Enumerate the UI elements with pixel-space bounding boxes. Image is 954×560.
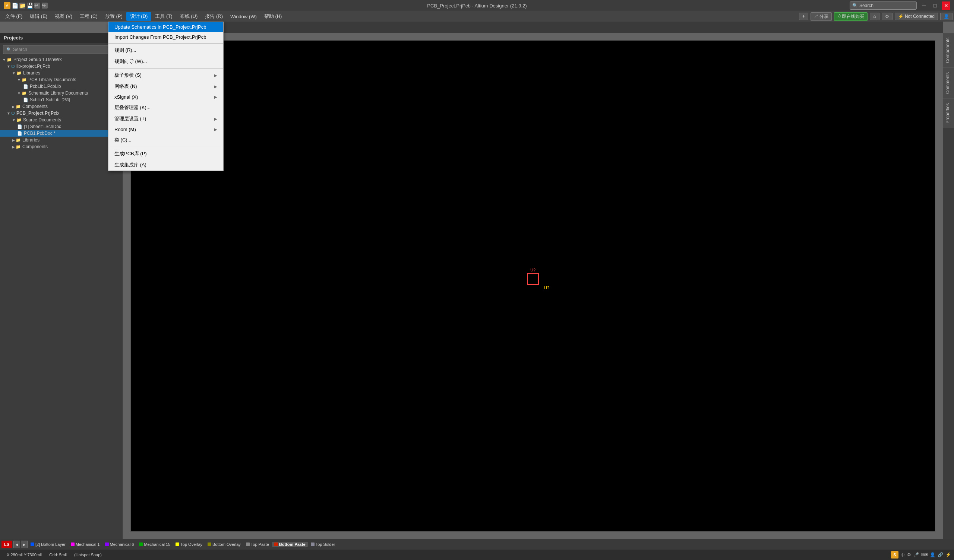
- close-button[interactable]: ✕: [942, 2, 950, 10]
- layer-top-paste[interactable]: Top Paste: [244, 542, 271, 547]
- layer-bar: LS ◀ ▶ [2] Bottom Layer Mechanical 1 Mec…: [0, 539, 954, 549]
- dd-rules[interactable]: 规则 (R)...: [108, 45, 223, 56]
- panel-header: Projects ⚙: [0, 33, 123, 43]
- right-panel: Components Comments Properties: [943, 33, 954, 539]
- component-u7[interactable]: U? U?: [527, 268, 539, 285]
- menu-view[interactable]: 视图 (V): [51, 12, 76, 21]
- menu-route[interactable]: 布线 (U): [176, 12, 202, 21]
- tree-label: Components: [22, 104, 48, 109]
- pcb-viewport[interactable]: U? U?: [131, 40, 935, 532]
- home-btn[interactable]: ⌂: [870, 12, 879, 20]
- new-icon[interactable]: 📄: [12, 3, 18, 9]
- dd-arrow-icon: ▶: [214, 117, 217, 121]
- dd-room[interactable]: Room (M) ▶: [108, 124, 223, 134]
- right-tab-components[interactable]: Components: [943, 33, 954, 67]
- tab-bar: Schlib1.SchLib ✕: [123, 22, 943, 32]
- title-bar-icons: A 📄 📁 💾 ↩ ↪: [4, 2, 48, 9]
- layer-red-indicator[interactable]: LS: [2, 541, 12, 548]
- menu-right-tools: + ↗ 分享 立即在线购买 ⌂ ⚙ ⚡ Not Connected 👤: [799, 12, 952, 21]
- menu-place[interactable]: 放置 (P): [101, 12, 126, 21]
- right-tab-comments[interactable]: Comments: [943, 67, 954, 98]
- dd-rules-wizard[interactable]: 规则向导 (W)...: [108, 56, 223, 67]
- dd-board-shape[interactable]: 板子形状 (S) ▶: [108, 70, 223, 81]
- dd-label: Import Changes From PCB_Project.PrjPcb: [114, 34, 206, 40]
- dd-classes[interactable]: 类 (C)...: [108, 134, 223, 146]
- not-connected-label: Not Connected: [905, 14, 935, 19]
- not-connected-btn[interactable]: ⚡ Not Connected: [895, 12, 938, 20]
- layer-bottom-overlay[interactable]: Bottom Overlay: [205, 542, 243, 547]
- layer-label: Mechanical 1: [76, 542, 100, 547]
- menu-edit[interactable]: 编辑 (E): [26, 12, 51, 21]
- add-tool-btn[interactable]: +: [799, 12, 808, 20]
- dd-arrow-icon: ▶: [214, 84, 217, 89]
- right-tab-properties[interactable]: Properties: [943, 98, 954, 128]
- global-search-box[interactable]: 🔍 Search: [850, 2, 917, 10]
- dd-label: 类 (C)...: [114, 137, 131, 143]
- tree-components-1[interactable]: ▶ 📁 Components: [0, 103, 123, 110]
- tree-source-docs[interactable]: ▼ 📁 Source Documents: [0, 117, 123, 123]
- layer-nav-left[interactable]: ◀: [13, 541, 20, 548]
- dd-update-schematics[interactable]: Update Schematics in PCB_Project.PrjPcb: [108, 22, 223, 32]
- search-label: Search: [859, 3, 873, 8]
- tree-sheet1[interactable]: 📄 [1] Sheet1.SchDoc 📄: [0, 123, 123, 130]
- layer-top-solder[interactable]: Top Solder: [309, 542, 338, 547]
- undo-icon[interactable]: ↩: [34, 3, 40, 9]
- tray-icon-1: ⚙: [907, 552, 911, 557]
- tree-project-group[interactable]: ▼ 📁 Project Group 1.DsnWrk: [0, 56, 123, 63]
- menu-window[interactable]: Window (W): [226, 12, 260, 20]
- menu-report[interactable]: 报告 (R): [201, 12, 226, 21]
- tree-pcb-project[interactable]: ▼ ⬡ PCB_Project.PrjPcb: [0, 110, 123, 117]
- settings-btn[interactable]: ⚙: [882, 12, 893, 20]
- share-btn[interactable]: ↗ 分享: [811, 12, 832, 21]
- tree-libraries-2[interactable]: ▶ 📁 Libraries: [0, 137, 123, 143]
- dd-xsignal[interactable]: xSignal (X) ▶: [108, 92, 223, 102]
- panel-search-box[interactable]: 🔍 Search: [3, 45, 120, 54]
- layer-nav-right[interactable]: ▶: [21, 541, 28, 548]
- dd-import-changes[interactable]: Import Changes From PCB_Project.PrjPcb: [108, 32, 223, 42]
- chip-body: U?: [527, 273, 539, 285]
- menu-help[interactable]: 帮助 (H): [260, 12, 286, 21]
- menu-tools[interactable]: 工具 (T): [151, 12, 176, 21]
- dd-sep-1: [108, 43, 223, 44]
- search-icon: 🔍: [852, 3, 858, 8]
- save-icon[interactable]: 💾: [27, 3, 33, 9]
- tree-label: PCB Library Documents: [28, 77, 76, 82]
- dd-make-integrated-lib[interactable]: 生成集成库 (A): [108, 159, 223, 171]
- dd-label: 管理层设置 (T): [114, 115, 146, 122]
- redo-icon[interactable]: ↪: [42, 3, 48, 9]
- layer-bottom-paste[interactable]: Bottom Paste: [272, 542, 308, 547]
- tree-lib-project[interactable]: ▼ ⬡ lib-project.PrjPcb: [0, 63, 123, 70]
- panel-search-icon: 🔍: [6, 47, 12, 52]
- minimize-button[interactable]: ─: [920, 2, 928, 10]
- layer-mechanical-1[interactable]: Mechanical 1: [69, 542, 102, 547]
- layer-mechanical-15[interactable]: Mechanical 15: [137, 542, 173, 547]
- tree-libraries-1[interactable]: ▼ 📁 Libraries: [0, 70, 123, 76]
- dd-make-pcb-lib[interactable]: 生成PCB库 (P): [108, 148, 223, 159]
- menu-file[interactable]: 文件 (F): [2, 12, 26, 21]
- menu-design[interactable]: 设计 (D): [126, 12, 152, 21]
- tree-label: PCB_Project.PrjPcb: [16, 110, 59, 116]
- dd-arrow-icon: ▶: [214, 128, 217, 131]
- design-dropdown-menu: Update Schematics in PCB_Project.PrjPcb …: [108, 22, 224, 171]
- tree-pcb1[interactable]: 📄 PCB1.PcbDoc * ✕: [0, 130, 123, 137]
- tree-pcblib1[interactable]: 📄 PcbLib1.PcbLib: [0, 83, 123, 90]
- menu-project[interactable]: 工程 (C): [76, 12, 101, 21]
- open-icon[interactable]: 📁: [19, 3, 25, 9]
- menu-bar: 文件 (F) 编辑 (E) 视图 (V) 工程 (C) 放置 (P) 设计 (D…: [0, 11, 954, 22]
- tree-pcb-library-docs[interactable]: ▼ 📁 PCB Library Documents: [0, 76, 123, 83]
- tree-components-2[interactable]: ▶ 📁 Components: [0, 143, 123, 150]
- maximize-button[interactable]: □: [931, 2, 939, 10]
- tree-schlib1[interactable]: 📄 Schlib1.SchLib [283]: [0, 96, 123, 103]
- dd-layer-stack[interactable]: 层叠管理器 (K)...: [108, 102, 223, 113]
- panel-search-label: Search: [13, 47, 27, 52]
- tree-label: Libraries: [22, 137, 39, 143]
- tree-schematic-library-docs[interactable]: ▼ 📁 Schematic Library Documents: [0, 90, 123, 96]
- layer-top-overlay[interactable]: Top Overlay: [173, 542, 204, 547]
- buy-btn[interactable]: 立即在线购买: [834, 12, 868, 21]
- layer-mechanical-6[interactable]: Mechanical 6: [103, 542, 136, 547]
- dd-netlist[interactable]: 网络表 (N) ▶: [108, 81, 223, 92]
- user-btn[interactable]: 👤: [940, 12, 952, 20]
- layer-bottom-layer[interactable]: [2] Bottom Layer: [28, 542, 68, 547]
- tray-icon-4: ⚡: [945, 552, 951, 557]
- dd-layer-settings[interactable]: 管理层设置 (T) ▶: [108, 113, 223, 124]
